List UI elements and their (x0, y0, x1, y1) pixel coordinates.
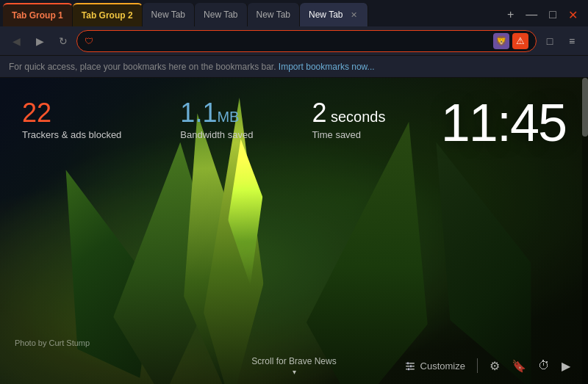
scrollbar-thumb[interactable] (582, 78, 588, 137)
trackers-label: Trackers & ads blocked (22, 129, 121, 140)
tab-4-active[interactable]: New Tab ✕ (300, 3, 368, 26)
trackers-value: 22 (22, 100, 121, 126)
history-button[interactable]: ⏱ (535, 356, 553, 375)
stats-overlay: 22 Trackers & ads blocked 1.1MB Bandwidt… (22, 100, 385, 140)
bandwidth-label: Bandwidth saved (180, 129, 253, 140)
toolbar-actions: □ ≡ (539, 31, 582, 51)
customize-button[interactable]: Customize (401, 357, 468, 374)
video-button[interactable]: ▶ (559, 356, 573, 376)
tab-4-label: New Tab (309, 10, 343, 20)
tab-close-button[interactable]: ✕ (349, 9, 359, 21)
stat-trackers: 22 Trackers & ads blocked (22, 100, 121, 140)
stat-time: 2 seconds Time saved (312, 100, 385, 140)
alert-button[interactable]: ⚠ (512, 33, 528, 49)
brave-shield-button[interactable]: 🦁 (493, 33, 509, 49)
photo-credit: Photo by Curt Stump (15, 338, 90, 347)
shield-buttons: 🦁 ⚠ (493, 33, 528, 49)
close-window-button[interactable]: ✕ (564, 5, 582, 25)
gear-icon: ⚙ (490, 359, 500, 373)
bookmarks-bar: For quick access, place your bookmarks h… (0, 56, 588, 78)
tab-group-1-label: Tab Group 1 (12, 10, 63, 21)
divider (477, 358, 478, 373)
reload-button[interactable]: ↻ (53, 31, 74, 51)
maximize-button[interactable]: □ (545, 5, 561, 24)
time-value: 2 seconds (312, 100, 385, 126)
sliders-icon (404, 360, 416, 372)
lock-icon: 🛡 (85, 36, 93, 46)
scrollbar[interactable] (582, 78, 588, 384)
tab-group-1[interactable]: Tab Group 1 (3, 3, 73, 26)
tab-bar-actions: + — □ ✕ (503, 3, 588, 26)
scroll-arrow-icon: ▾ (293, 368, 296, 376)
add-tab-button[interactable]: + (503, 5, 518, 24)
bandwidth-value: 1.1MB (180, 100, 253, 126)
bookmark-icon: 🔖 (512, 359, 526, 373)
tab-group-2[interactable]: Tab Group 2 (73, 3, 143, 26)
tab-bar: Tab Group 1 Tab Group 2 New Tab New Tab … (0, 0, 588, 26)
stat-bandwidth: 1.1MB Bandwidth saved (180, 100, 253, 140)
svg-point-6 (409, 365, 412, 367)
bottom-bar: Scroll for Brave News ▾ (0, 347, 588, 384)
address-input[interactable] (98, 35, 489, 46)
bookmarks-button[interactable]: 🔖 (509, 356, 529, 376)
tab-2[interactable]: New Tab (195, 3, 247, 26)
scroll-for-news[interactable]: Scroll for Brave News ▾ (251, 356, 336, 376)
tab-1[interactable]: New Tab (143, 3, 195, 26)
tab-3-label: New Tab (257, 10, 290, 20)
new-tab-button[interactable]: □ (539, 31, 560, 51)
address-bar-container: 🛡 🦁 ⚠ (76, 30, 537, 52)
minimize-button[interactable]: — (521, 5, 542, 24)
forward-button[interactable]: ▶ (29, 31, 50, 51)
bookmarks-message: For quick access, place your bookmarks h… (9, 62, 276, 72)
menu-button[interactable]: ≡ (562, 31, 582, 51)
new-tab-page: 22 Trackers & ads blocked 1.1MB Bandwidt… (0, 78, 588, 384)
import-bookmarks-link[interactable]: Import bookmarks now... (279, 62, 375, 72)
browser-window: Tab Group 1 Tab Group 2 New Tab New Tab … (0, 0, 588, 384)
tab-3[interactable]: New Tab (248, 3, 300, 26)
scroll-label: Scroll for Brave News (251, 356, 336, 366)
bottom-right-actions: Customize ⚙ 🔖 ⏱ ▶ (401, 356, 573, 376)
customize-label: Customize (420, 361, 465, 372)
back-button[interactable]: ◀ (6, 31, 26, 51)
clock: 11:45 (441, 93, 566, 153)
history-icon: ⏱ (538, 359, 550, 372)
time-label: Time saved (312, 129, 385, 140)
tab-group-2-label: Tab Group 2 (82, 10, 133, 21)
toolbar: ◀ ▶ ↻ 🛡 🦁 ⚠ □ ≡ (0, 26, 588, 56)
tab-1-label: New Tab (151, 10, 185, 20)
svg-point-4 (406, 362, 409, 364)
tab-2-label: New Tab (204, 10, 237, 20)
svg-point-8 (407, 368, 409, 370)
settings-button[interactable]: ⚙ (487, 356, 503, 376)
video-icon: ▶ (562, 359, 570, 373)
